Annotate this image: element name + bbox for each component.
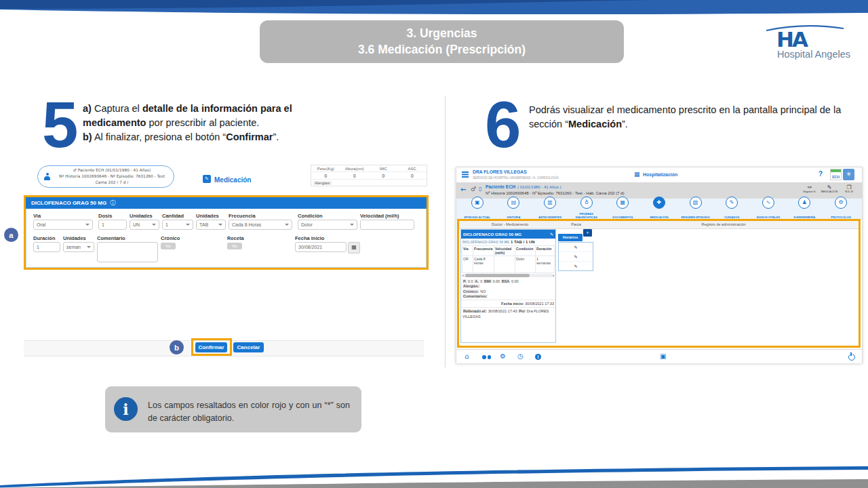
- medication-card[interactable]: DICLOFENACO GRAG 50 MG ✎ DICLOFENACO GRA…: [460, 229, 556, 343]
- clock-icon[interactable]: ◷: [517, 352, 524, 360]
- condicion-label: Condición: [298, 213, 323, 219]
- edit-icon[interactable]: ✎: [550, 232, 553, 237]
- pencil-icon[interactable]: ✎: [559, 252, 593, 262]
- tab-episodio-actual[interactable]: ▣EPISODIO ACTUAL: [460, 197, 495, 221]
- fecha-inicio-input[interactable]: 30/08/2021: [295, 242, 347, 252]
- step-5-number: 5: [42, 98, 78, 152]
- th-condicion: Condición: [515, 246, 536, 256]
- cronico-toggle[interactable]: No: [161, 243, 176, 249]
- add-schedule-button[interactable]: +: [583, 229, 592, 237]
- receta-toggle[interactable]: No: [227, 243, 242, 249]
- bsa-value: 0.00: [511, 279, 519, 283]
- menu-icon[interactable]: [462, 171, 469, 173]
- comentario-label: Comentario: [97, 235, 125, 241]
- step5-a-text2: por prescribir al paciente.: [146, 117, 259, 128]
- step5-a-text1: Captura el: [92, 103, 142, 114]
- search-icon[interactable]: [482, 355, 491, 359]
- care-icon: ✎: [726, 197, 738, 209]
- step5-b-prefix: b): [83, 131, 92, 142]
- step5-a-prefix: a): [83, 103, 92, 114]
- th-duracion: Duración: [536, 246, 555, 256]
- tab-antecedentes[interactable]: ▥ANTECEDENTES: [532, 197, 568, 221]
- unidades2-select[interactable]: TAB: [196, 220, 226, 230]
- action-label: SOL.IV: [840, 190, 858, 194]
- patient-line2: Nº Historia 1002693648 - Nº Episodio: 76…: [50, 174, 174, 180]
- p-label: P.: [462, 279, 467, 283]
- vitals-value: 0: [340, 172, 370, 179]
- stamp-icon: ✑: [801, 184, 818, 190]
- iv-solution-icon: ❐: [840, 184, 858, 190]
- step5-b-bold: Confirmar: [226, 131, 273, 142]
- dosis-input[interactable]: 1: [98, 220, 127, 230]
- column-divider: [445, 96, 446, 367]
- power-icon[interactable]: [848, 354, 855, 361]
- scrollbar-thumb[interactable]: [465, 274, 530, 277]
- prescription-icon: ✎: [821, 184, 838, 190]
- cantidad-stepper[interactable]: 1: [162, 220, 193, 230]
- rellenado-value: 30/08/2021 17:43: [488, 309, 517, 313]
- tab-pruebas-diagnosticas[interactable]: ♁PRUEBAS DIAGNÓSTICAS: [569, 197, 604, 221]
- vitals-header: Peso(Kg): [311, 165, 340, 171]
- gear-icon[interactable]: ⚙: [500, 352, 506, 360]
- pencil-icon[interactable]: ✎: [559, 243, 593, 252]
- duracion-label: Duración: [33, 235, 56, 241]
- via-select[interactable]: Oral: [33, 220, 93, 230]
- unidades1-label: Unidades: [130, 213, 153, 219]
- medication-screen: DRA FLORES VILLEGAS SERVICIO DE HOSPITAL…: [456, 167, 863, 363]
- form-body: Via Dosis Unidades Cantidad Unidades Fre…: [26, 209, 427, 268]
- tab-resumen-episodio[interactable]: ▧RESUMEN EPISODIO: [678, 197, 713, 221]
- diagnostics-icon: ♁: [580, 197, 593, 209]
- duracion-input[interactable]: 1: [33, 242, 60, 252]
- patient-dates: ( 01/01/1980 - 41 Años ): [517, 185, 561, 189]
- unidades3-label: Unidades: [63, 235, 86, 241]
- unidades1-select[interactable]: UN: [130, 220, 159, 230]
- app-flower-icon[interactable]: ✳: [843, 169, 854, 180]
- vitals-header: Altura(cm): [340, 165, 370, 171]
- a-value: 0: [480, 279, 482, 283]
- title-line2: 3.6 Medicación (Prescripción): [260, 42, 624, 58]
- step-6-number: 6: [485, 98, 521, 152]
- app-topbar: DRA FLORES VILLEGAS SERVICIO DE HOSPITAL…: [456, 167, 862, 183]
- horizontal-scrollbar[interactable]: [462, 274, 554, 277]
- tab-cuidados[interactable]: ✎CUIDADOS: [714, 197, 749, 221]
- hospital-building-icon: ▦: [634, 171, 640, 178]
- a-label: A.: [474, 279, 479, 283]
- cronico-label: Crónico: [161, 235, 180, 241]
- tab-enfermeria[interactable]: ♟N.ENFERMERÍA: [787, 197, 822, 221]
- comentario-textarea[interactable]: [97, 242, 158, 262]
- pencil-icon[interactable]: ✎: [559, 262, 593, 270]
- step5-b-text1: Al finalizar, presiona el botón “: [92, 131, 226, 142]
- velocidad-input[interactable]: [360, 220, 414, 230]
- col-pauta: Pauta: [557, 222, 595, 226]
- archive-icon[interactable]: ▣: [660, 352, 666, 360]
- unidades3-select[interactable]: seman: [63, 242, 94, 252]
- condicion-select[interactable]: Dolor: [298, 220, 357, 230]
- step-6-instructions: Podrás visualizar el medicamento prescri…: [529, 103, 848, 131]
- tab-historia[interactable]: ▤HISTORIA: [496, 197, 531, 221]
- tab-medicacion[interactable]: ✚MEDICACIÓN: [642, 197, 677, 221]
- back-icon[interactable]: ←: [460, 186, 466, 193]
- horarios-button[interactable]: Horarios: [558, 234, 583, 241]
- tab-signos-vitales[interactable]: ∿SIGNOS VITALES: [751, 197, 786, 221]
- soliv-action[interactable]: ❐ SOL.IV: [840, 184, 858, 194]
- tab-documentos[interactable]: ▦DOCUMENTOS: [605, 197, 640, 221]
- confirmar-button[interactable]: Confirmar: [195, 342, 227, 352]
- td-condicion: Dolor: [515, 256, 536, 273]
- cancelar-button[interactable]: Cancelar: [233, 342, 264, 352]
- tab-protocolos[interactable]: ⚙PROTOCOLOS: [823, 197, 859, 221]
- dosis-label: Dosis: [98, 213, 112, 219]
- drug-info-icon[interactable]: ⓘ: [110, 199, 115, 207]
- calendar-button[interactable]: ▦: [348, 242, 360, 253]
- summary-icon: ▧: [690, 197, 702, 209]
- card-drug-title: DICLOFENACO GRAG 50 MG: [463, 232, 550, 237]
- vitals-value: 0: [369, 172, 398, 179]
- medicacion-action[interactable]: ✎ MEDICACIÓN: [821, 184, 838, 194]
- title-banner: 3. Urgencias 3.6 Medicación (Prescripció…: [260, 20, 624, 63]
- info-icon[interactable]: i: [535, 354, 541, 360]
- home-icon[interactable]: ⌂: [465, 352, 469, 360]
- bottom-swoosh: [0, 462, 868, 488]
- frecuencia-select[interactable]: Cada 8 Horas: [229, 220, 292, 230]
- bsa-label: BSA: [501, 279, 511, 283]
- help-icon[interactable]: ?: [818, 170, 823, 178]
- registro-action[interactable]: ✑ Registro G.: [801, 184, 818, 194]
